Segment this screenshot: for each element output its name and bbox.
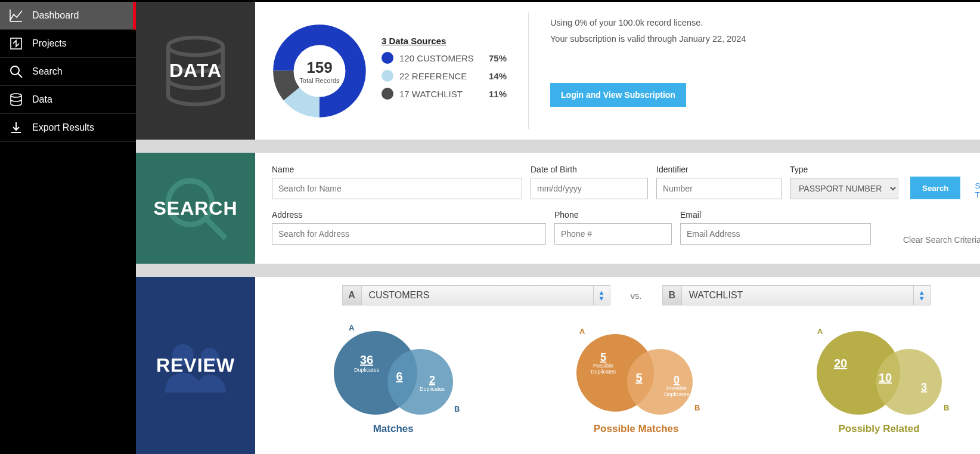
legend-dot-customers — [382, 52, 393, 64]
nav-projects-label: Projects — [32, 38, 67, 49]
phone-label: Phone — [554, 210, 672, 220]
vs-label: vs. — [631, 291, 642, 301]
legend-dot-reference — [382, 70, 393, 82]
address-label: Address — [272, 210, 546, 220]
email-input[interactable] — [680, 223, 871, 245]
svg-line-2 — [18, 73, 22, 78]
search-panel-header: SEARCH — [136, 153, 255, 264]
dashboard-icon — [8, 8, 24, 23]
svg-line-10 — [206, 219, 225, 238]
identifier-label: Identifier — [656, 165, 781, 174]
selector-a-badge: A — [343, 286, 362, 305]
selector-b-arrows[interactable]: ▲▼ — [913, 286, 930, 305]
svg-text:B: B — [454, 404, 460, 413]
svg-text:A: A — [817, 327, 823, 336]
venn-possible-title: Possible Matches — [559, 423, 714, 435]
svg-text:Possible: Possible — [666, 385, 687, 391]
legend-dot-watchlist — [382, 88, 393, 100]
svg-point-4 — [168, 38, 223, 55]
selector-a[interactable]: A CUSTOMERS ▲▼ — [342, 285, 610, 305]
legend-watchlist: 17 WATCHLIST 11% — [382, 88, 507, 100]
svg-text:2: 2 — [429, 374, 435, 386]
selector-a-arrows[interactable]: ▲▼ — [593, 286, 610, 305]
license-expiry-text: Your subscription is valid through Janua… — [550, 31, 980, 47]
projects-icon — [8, 36, 24, 51]
search-panel-body: Name Date of Birth Identifier Type — [255, 153, 980, 264]
svg-text:Duplicates: Duplicates — [354, 367, 380, 373]
review-panel-title: REVIEW — [156, 354, 235, 376]
total-records-value: 159 — [299, 58, 339, 76]
search-panel-title: SEARCH — [153, 197, 237, 220]
address-input[interactable] — [272, 223, 546, 245]
name-label: Name — [272, 165, 522, 174]
data-icon — [8, 92, 24, 107]
email-label: Email — [680, 210, 871, 220]
selector-b[interactable]: B WATCHLIST ▲▼ — [662, 285, 931, 305]
data-panel-header: DATA — [136, 2, 255, 140]
selector-b-value: WATCHLIST — [682, 286, 913, 305]
data-divider — [528, 13, 529, 129]
svg-text:B: B — [944, 403, 949, 412]
svg-text:36: 36 — [360, 353, 373, 366]
svg-text:6: 6 — [396, 370, 402, 383]
search-icon — [8, 64, 24, 79]
dob-input[interactable] — [531, 178, 648, 199]
nav-data-label: Data — [32, 94, 52, 105]
clear-search-link[interactable]: Clear Search Criteria — [903, 235, 980, 245]
legend-reference: 22 REFERENCE 14% — [382, 70, 507, 82]
svg-point-3 — [11, 94, 21, 97]
nav-export[interactable]: Export Results — [0, 114, 136, 142]
search-tips-link[interactable]: Search Tips — [975, 181, 980, 199]
type-select[interactable]: PASSPORT NUMBER — [790, 178, 898, 199]
svg-point-1 — [11, 66, 19, 75]
selector-a-value: CUSTOMERS — [362, 286, 593, 305]
dob-label: Date of Birth — [531, 165, 648, 174]
svg-text:10: 10 — [878, 371, 891, 384]
nav-search-label: Search — [32, 66, 63, 77]
review-panel-body: A CUSTOMERS ▲▼ vs. B WATCHLIST ▲▼ — [255, 277, 980, 454]
license-usage-text: Using 0% of your 100.0k record license. — [550, 15, 980, 31]
nav-search[interactable]: Search — [0, 58, 136, 86]
svg-text:B: B — [694, 403, 700, 412]
svg-text:0: 0 — [674, 374, 680, 386]
selector-b-badge: B — [663, 286, 682, 305]
legend-customers: 120 CUSTOMERS 75% — [382, 52, 507, 64]
identifier-input[interactable] — [656, 178, 781, 199]
venn-matches: A 36 Duplicates 6 2 Duplicates B Matches — [316, 316, 471, 435]
svg-text:Possible: Possible — [593, 363, 613, 369]
svg-text:A: A — [349, 323, 355, 332]
nav-projects[interactable]: Projects — [0, 30, 136, 58]
svg-text:Duplicates: Duplicates — [664, 391, 690, 397]
phone-input[interactable] — [554, 223, 672, 245]
login-subscription-button[interactable]: Login and View Subscription — [550, 83, 686, 107]
svg-text:20: 20 — [833, 357, 846, 370]
data-sources-title[interactable]: 3 Data Sources — [382, 36, 507, 46]
data-panel-body: 159 Total Records 3 Data Sources 120 CUS… — [255, 2, 980, 140]
svg-text:5: 5 — [600, 351, 606, 363]
type-label: Type — [790, 165, 898, 174]
venn-matches-title: Matches — [316, 423, 471, 435]
nav-dashboard[interactable]: Dashboard — [0, 2, 136, 30]
total-records-label: Total Records — [299, 76, 339, 84]
svg-text:3: 3 — [921, 381, 927, 393]
search-button[interactable]: Search — [910, 177, 960, 199]
svg-text:5: 5 — [636, 371, 643, 384]
nav-data[interactable]: Data — [0, 86, 136, 114]
venn-possible: A 5 Possible Duplicates 5 0 Possible Dup… — [559, 316, 714, 435]
svg-text:A: A — [579, 327, 585, 336]
sidebar: Dashboard Projects Search Data Export Re… — [0, 2, 136, 454]
svg-text:Duplicates: Duplicates — [420, 386, 445, 392]
data-donut-chart: 159 Total Records — [272, 23, 367, 119]
name-input[interactable] — [272, 178, 522, 199]
nav-export-label: Export Results — [32, 122, 94, 133]
svg-text:Duplicates: Duplicates — [591, 369, 616, 375]
data-panel-title: DATA — [169, 60, 222, 82]
venn-related-title: Possibly Related — [802, 423, 957, 435]
export-icon — [8, 120, 24, 135]
review-panel-header: REVIEW — [136, 277, 255, 454]
venn-related: A 20 10 3 B Possibly Related — [802, 316, 957, 435]
nav-dashboard-label: Dashboard — [32, 10, 79, 21]
